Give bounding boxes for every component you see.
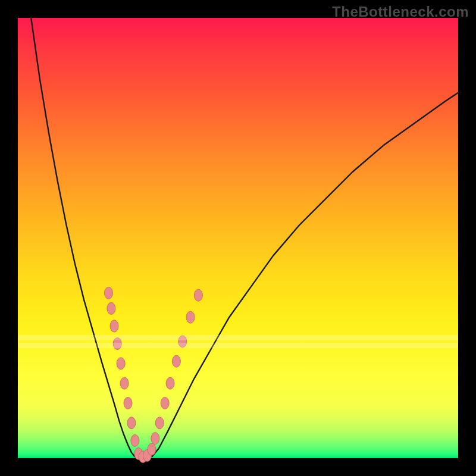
curve-marker [194,289,202,301]
curve-marker [107,302,115,314]
curve-marker [148,443,156,455]
curve-marker [151,433,159,444]
curve-marker [186,311,195,323]
curve-marker [104,287,112,299]
curve-marker [120,377,129,389]
curve-marker [131,434,139,446]
highlight-band [18,335,458,340]
chart-frame: TheBottleneck.com [0,0,476,476]
curve-marker [166,377,174,389]
watermark-text: TheBottleneck.com [332,4,469,20]
curve-marker [172,355,180,367]
curve-marker [124,397,132,409]
highlight-band [18,343,458,348]
curve-markers [104,287,202,463]
bottleneck-curve [31,18,458,458]
curve-marker [110,320,118,332]
curve-marker [117,358,125,369]
plot-area [18,18,458,458]
curve-marker [161,397,169,409]
curve-marker [155,417,164,429]
curve-marker [127,417,136,429]
curve-layer [18,18,458,458]
